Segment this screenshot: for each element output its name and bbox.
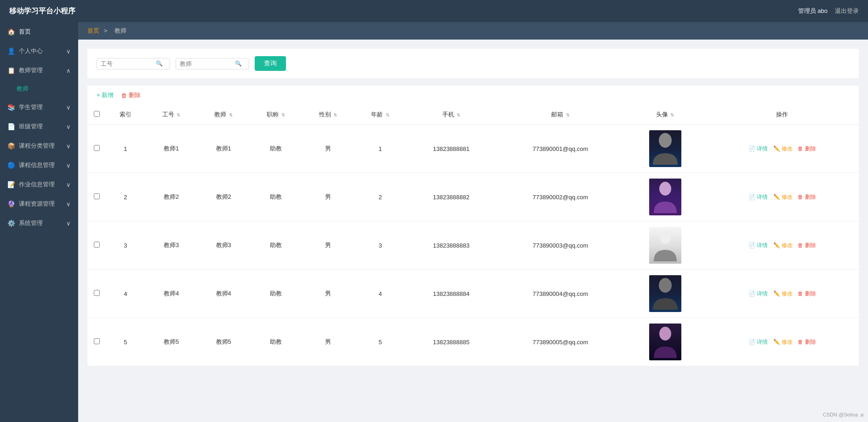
header-right: 管理员 abo 退出登录 xyxy=(798,7,859,15)
sidebar-item-course-info[interactable]: 🔵 课程信息管理 ∨ xyxy=(0,156,78,175)
detail-btn-3[interactable]: 📄 详情 xyxy=(748,290,768,297)
avatar-3 xyxy=(649,275,681,312)
cell-job-id-3: 教师4 xyxy=(145,270,198,318)
cell-email-3: 773890004@qq.com xyxy=(496,270,625,318)
course-info-icon: 🔵 xyxy=(7,162,15,169)
row-checkbox-3[interactable] xyxy=(94,290,100,296)
cell-avatar-2 xyxy=(625,221,706,270)
detail-btn-1[interactable]: 📄 详情 xyxy=(748,194,768,200)
edit-btn-4[interactable]: ✏️ 修改 xyxy=(773,339,793,345)
delete-btn-1[interactable]: 🗑 删除 xyxy=(798,194,816,200)
class-icon: 📄 xyxy=(7,123,15,130)
th-gender[interactable]: 性别 ⇅ xyxy=(302,105,354,125)
cell-index-2: 3 xyxy=(106,221,145,270)
table-body: 1 教师1 教师1 助教 男 1 13823888881 773890001@q… xyxy=(87,125,859,366)
cell-phone-3: 13823888884 xyxy=(406,270,496,318)
sidebar-sub-teacher[interactable]: 教师 xyxy=(0,80,78,98)
cell-job-id-2: 教师3 xyxy=(145,221,198,270)
cell-teacher-4: 教师5 xyxy=(197,318,250,366)
table-row: 4 教师4 教师4 助教 男 4 13823888884 773890004@q… xyxy=(87,270,859,318)
sidebar-item-student[interactable]: 📚 学生管理 ∨ xyxy=(0,98,78,117)
cell-phone-4: 13823888885 xyxy=(406,318,496,366)
cell-job-id-0: 教师1 xyxy=(145,125,198,173)
sidebar-item-course-res[interactable]: 🔮 课程资源管理 ∨ xyxy=(0,194,78,214)
cell-age-0: 1 xyxy=(354,125,406,173)
teacher-search-icon[interactable]: 🔍 xyxy=(235,60,242,67)
cell-checkbox-1 xyxy=(87,173,106,221)
cell-op-1: 📄 详情 ✏️ 修改 🗑 删除 xyxy=(705,173,859,221)
query-button[interactable]: 查询 xyxy=(255,56,286,71)
delete-btn-3[interactable]: 🗑 删除 xyxy=(798,290,816,297)
th-email[interactable]: 邮箱 ⇅ xyxy=(496,105,625,125)
breadcrumb-current: 教师 xyxy=(114,27,126,34)
chevron-down-icon-7: ∨ xyxy=(66,201,71,208)
cell-op-3: 📄 详情 ✏️ 修改 🗑 删除 xyxy=(705,270,859,318)
admin-label: 管理员 abo xyxy=(798,7,828,15)
detail-btn-4[interactable]: 📄 详情 xyxy=(748,339,768,345)
th-teacher[interactable]: 教师 ⇅ xyxy=(197,105,250,125)
cell-teacher-0: 教师1 xyxy=(197,125,250,173)
sidebar-item-class[interactable]: 📄 班级管理 ∨ xyxy=(0,117,78,136)
edit-btn-1[interactable]: ✏️ 修改 xyxy=(773,194,793,200)
sidebar-item-personal[interactable]: 👤 个人中心 ∨ xyxy=(0,41,78,61)
cell-gender-4: 男 xyxy=(302,318,354,366)
row-checkbox-1[interactable] xyxy=(94,193,100,199)
action-bar: + 新增 🗑 删除 xyxy=(87,86,859,105)
main-layout: 🏠 首页 👤 个人中心 ∨ 📋 教师管理 ∧ 教师 📚 学生管 xyxy=(0,22,868,422)
row-checkbox-4[interactable] xyxy=(94,338,100,344)
cell-phone-1: 13823888882 xyxy=(406,173,496,221)
svg-point-4 xyxy=(659,327,671,341)
sidebar-system-label: 系统管理 xyxy=(19,219,43,227)
table-header-row: 索引 工号 ⇅ 教师 ⇅ 职称 ⇅ 性别 ⇅ 年龄 ⇅ 手机 ⇅ 邮箱 ⇅ 头像… xyxy=(87,105,859,125)
row-checkbox-2[interactable] xyxy=(94,242,100,248)
sidebar-item-system[interactable]: ⚙️ 系统管理 ∨ xyxy=(0,214,78,233)
avatar-1 xyxy=(649,179,681,215)
select-all-checkbox[interactable] xyxy=(94,111,100,117)
cell-job-id-4: 教师5 xyxy=(145,318,198,366)
cell-index-1: 2 xyxy=(106,173,145,221)
sidebar-course-res-label: 课程资源管理 xyxy=(19,200,55,208)
cell-checkbox-0 xyxy=(87,125,106,173)
cell-gender-0: 男 xyxy=(302,125,354,173)
cell-teacher-3: 教师4 xyxy=(197,270,250,318)
sidebar-item-teacher-mgmt[interactable]: 📋 教师管理 ∧ xyxy=(0,61,78,80)
edit-btn-2[interactable]: ✏️ 修改 xyxy=(773,242,793,249)
chevron-down-icon-3: ∨ xyxy=(66,123,71,130)
cell-gender-3: 男 xyxy=(302,270,354,318)
breadcrumb-home[interactable]: 首页 xyxy=(87,27,99,34)
cell-checkbox-3 xyxy=(87,270,106,318)
th-title[interactable]: 职称 ⇅ xyxy=(250,105,302,125)
delete-btn-4[interactable]: 🗑 删除 xyxy=(798,339,816,345)
sidebar-item-course-cat[interactable]: 📦 课程分类管理 ∨ xyxy=(0,136,78,156)
delete-btn-0[interactable]: 🗑 删除 xyxy=(798,145,816,152)
teacher-input[interactable] xyxy=(180,60,235,67)
table-row: 5 教师5 教师5 助教 男 5 13823888885 773890005@q… xyxy=(87,318,859,366)
batch-delete-button[interactable]: 🗑 删除 xyxy=(121,91,141,99)
sidebar-item-home[interactable]: 🏠 首页 xyxy=(0,22,78,41)
edit-btn-3[interactable]: ✏️ 修改 xyxy=(773,290,793,297)
cell-teacher-1: 教师2 xyxy=(197,173,250,221)
cell-op-0: 📄 详情 ✏️ 修改 🗑 删除 xyxy=(705,125,859,173)
sidebar-course-cat-label: 课程分类管理 xyxy=(19,142,55,150)
job-id-input[interactable] xyxy=(101,60,156,67)
avatar-4 xyxy=(649,324,681,360)
system-icon: ⚙️ xyxy=(7,220,15,227)
detail-btn-0[interactable]: 📄 详情 xyxy=(748,145,768,152)
detail-btn-2[interactable]: 📄 详情 xyxy=(748,242,768,249)
delete-btn-2[interactable]: 🗑 删除 xyxy=(798,242,816,249)
logout-link[interactable]: 退出登录 xyxy=(835,7,859,15)
teacher-search-wrap: 🔍 xyxy=(176,58,249,69)
add-button[interactable]: + 新增 xyxy=(97,91,114,99)
edit-btn-0[interactable]: ✏️ 修改 xyxy=(773,145,793,152)
th-phone[interactable]: 手机 ⇅ xyxy=(406,105,496,125)
th-age[interactable]: 年龄 ⇅ xyxy=(354,105,406,125)
teacher-table: 索引 工号 ⇅ 教师 ⇅ 职称 ⇅ 性别 ⇅ 年龄 ⇅ 手机 ⇅ 邮箱 ⇅ 头像… xyxy=(87,105,859,366)
job-id-search-icon[interactable]: 🔍 xyxy=(156,60,163,67)
trash-icon: 🗑 xyxy=(121,92,127,99)
row-checkbox-0[interactable] xyxy=(94,145,100,151)
cell-avatar-4 xyxy=(625,318,706,366)
sidebar-item-homework[interactable]: 📝 作业信息管理 ∨ xyxy=(0,175,78,194)
chevron-down-icon-6: ∨ xyxy=(66,181,71,188)
th-avatar[interactable]: 头像 ⇅ xyxy=(625,105,706,125)
th-job-id[interactable]: 工号 ⇅ xyxy=(145,105,198,125)
